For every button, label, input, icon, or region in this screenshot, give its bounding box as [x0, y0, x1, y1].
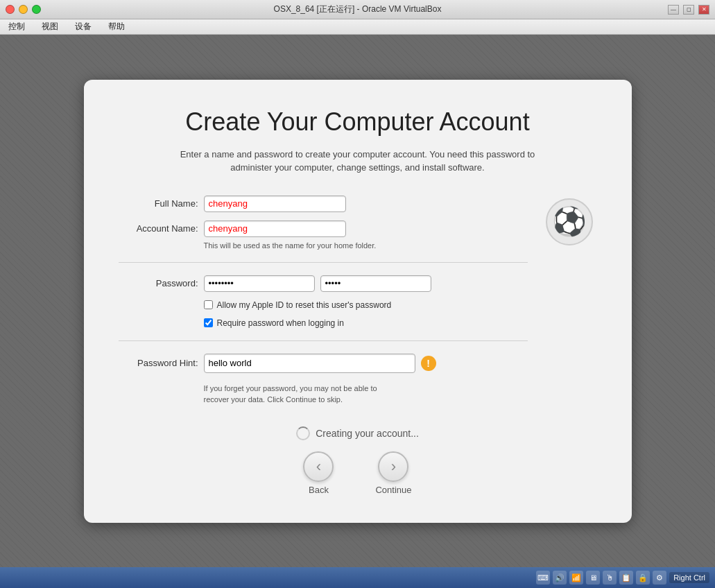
- divider2: [119, 340, 528, 341]
- avatar[interactable]: ⚽: [546, 198, 593, 245]
- creating-label: Creating your account...: [316, 428, 419, 439]
- warning-icon: !: [421, 356, 436, 371]
- hint-note: If you forget your password, you may not…: [204, 383, 528, 406]
- taskbar-icon-6[interactable]: 📋: [619, 571, 633, 585]
- checkbox1-label: Allow my Apple ID to reset this user's p…: [217, 300, 392, 310]
- menu-item-view[interactable]: 视图: [39, 19, 61, 34]
- account-name-input[interactable]: [204, 220, 346, 237]
- full-name-input[interactable]: [204, 196, 346, 212]
- back-button[interactable]: ‹ Back: [303, 451, 334, 495]
- maximize-button[interactable]: [32, 5, 41, 14]
- checkbox2-label: Require password when logging in: [217, 318, 344, 328]
- taskbar-icon-1[interactable]: ⌨: [536, 571, 550, 585]
- hint-label: Password Hint:: [119, 358, 198, 368]
- continue-icon: ›: [378, 451, 408, 482]
- creating-area: Creating your account...: [296, 426, 419, 440]
- form-fields: Full Name: Account Name: This will be us…: [119, 196, 528, 406]
- password-input[interactable]: [204, 275, 315, 292]
- win-minimize[interactable]: —: [668, 5, 679, 15]
- taskbar-icon-8[interactable]: ⚙: [653, 571, 666, 585]
- taskbar-icon-2[interactable]: 🔊: [553, 571, 567, 585]
- card-subtitle: Enter a name and password to create your…: [178, 148, 538, 175]
- form-area: Full Name: Account Name: This will be us…: [119, 196, 597, 406]
- win-restore[interactable]: ◻: [683, 5, 694, 15]
- password-row: Password:: [119, 275, 528, 292]
- checkbox2-row: Require password when logging in: [204, 318, 528, 328]
- checkbox1-row: Allow my Apple ID to reset this user's p…: [204, 300, 528, 310]
- taskbar: ⌨ 🔊 📶 🖥 🖱 📋 🔒 ⚙ Right Ctrl: [0, 567, 715, 588]
- close-button[interactable]: [6, 5, 15, 14]
- taskbar-icon-4[interactable]: 🖥: [586, 571, 600, 585]
- continue-label: Continue: [375, 485, 411, 495]
- account-name-label: Account Name:: [119, 223, 198, 234]
- hint-input[interactable]: [204, 354, 415, 373]
- continue-button[interactable]: › Continue: [375, 451, 411, 495]
- taskbar-icon-5[interactable]: 🖱: [603, 571, 617, 585]
- back-label: Back: [309, 485, 329, 495]
- title-bar: OSX_8_64 [正在运行] - Oracle VM VirtualBox —…: [0, 0, 715, 19]
- menu-item-help[interactable]: 帮助: [105, 19, 128, 34]
- win-controls: — ◻ ✕: [668, 5, 709, 15]
- spinner-icon: [296, 426, 310, 440]
- avatar-emoji: ⚽: [552, 205, 587, 238]
- require-password-checkbox[interactable]: [204, 318, 213, 327]
- window-controls: [6, 5, 41, 14]
- avatar-area: ⚽: [542, 196, 597, 245]
- window-title: OSX_8_64 [正在运行] - Oracle VM VirtualBox: [274, 3, 442, 15]
- menu-bar: 控制 视图 设备 帮助: [0, 19, 715, 35]
- full-name-row: Full Name:: [119, 196, 528, 212]
- account-name-row: Account Name:: [119, 220, 528, 237]
- password-confirm-input[interactable]: [320, 275, 431, 292]
- apple-id-reset-checkbox[interactable]: [204, 300, 213, 309]
- password-label: Password:: [119, 278, 198, 288]
- minimize-button[interactable]: [19, 5, 28, 14]
- account-hint: This will be used as the name for your h…: [204, 241, 528, 250]
- hint-row: Password Hint: !: [119, 354, 528, 373]
- back-icon: ‹: [303, 451, 334, 482]
- taskbar-icon-3[interactable]: 📶: [569, 571, 583, 585]
- full-name-label: Full Name:: [119, 198, 198, 209]
- setup-card: Create Your Computer Account Enter a nam…: [84, 80, 632, 523]
- win-close[interactable]: ✕: [698, 5, 709, 15]
- menu-item-device[interactable]: 设备: [72, 19, 94, 34]
- divider1: [119, 262, 528, 263]
- taskbar-icon-7[interactable]: 🔒: [636, 571, 650, 585]
- menu-item-control[interactable]: 控制: [6, 19, 28, 34]
- main-content: Create Your Computer Account Enter a nam…: [0, 35, 715, 567]
- nav-buttons: ‹ Back › Continue: [303, 451, 411, 495]
- card-title: Create Your Computer Account: [185, 107, 529, 137]
- right-ctrl-label[interactable]: Right Ctrl: [669, 572, 709, 583]
